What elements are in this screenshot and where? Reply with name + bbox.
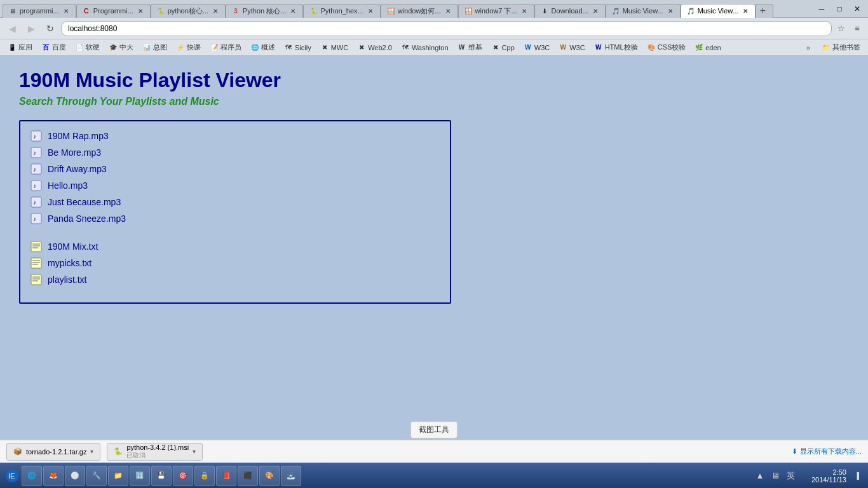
bookmark-label: Washington bbox=[412, 44, 449, 51]
bookmark-zongtu[interactable]: 📊 总图 bbox=[139, 41, 171, 53]
chrome-icon: ⚪ bbox=[71, 471, 79, 480]
reload-button[interactable]: ↻ bbox=[42, 20, 58, 37]
file-item-190m-mix[interactable]: 190M Mix.txt bbox=[30, 238, 440, 255]
start-button[interactable]: IE bbox=[3, 466, 22, 485]
tab-python-hex[interactable]: 🐍 Python_hex... ✕ bbox=[303, 4, 380, 18]
bookmark-chengxuyuan[interactable]: 📝 程序员 bbox=[206, 41, 245, 53]
bookmark-cpp[interactable]: ✖ Cpp bbox=[487, 42, 519, 53]
file-item-playlist[interactable]: playlist.txt bbox=[30, 271, 440, 288]
taskbar-chrome-icon[interactable]: ⚪ bbox=[65, 466, 85, 486]
taskbar-ps-icon[interactable]: 🎨 bbox=[259, 466, 280, 486]
download-python[interactable]: 🐍 python-3.4.2 (1).msi 已取消 ▾ bbox=[107, 443, 203, 461]
taskbar-calc-icon[interactable]: 🔢 bbox=[130, 466, 150, 486]
taskbar-storedge-icon[interactable]: 💾 bbox=[151, 466, 172, 486]
tab-close[interactable]: ✕ bbox=[520, 6, 529, 15]
bookmark-other-folder[interactable]: 📁 其他书签 bbox=[818, 41, 864, 53]
bookmark-ruying[interactable]: 📄 软硬 bbox=[71, 41, 104, 53]
tab-music-view-2[interactable]: 🎵 Music View... ✕ bbox=[681, 4, 756, 18]
tab-music-view-1[interactable]: 🎵 Music View... ✕ bbox=[606, 4, 681, 18]
bookmark-wiki[interactable]: W 维基 bbox=[454, 41, 486, 53]
explorer-icon: 📁 bbox=[114, 471, 123, 480]
download-chevron-icon[interactable]: ▾ bbox=[193, 448, 196, 455]
bookmark-css-check[interactable]: 🎨 CSS校验 bbox=[643, 41, 690, 53]
bookmark-zhongda[interactable]: 🎓 中大 bbox=[105, 41, 137, 53]
bookmark-eden[interactable]: 🌿 eden bbox=[691, 42, 724, 53]
tab-download[interactable]: ⬇ Download... ✕ bbox=[534, 4, 606, 18]
show-desktop-icon[interactable]: ▌ bbox=[853, 470, 865, 482]
bookmark-mwc[interactable]: ✖ MWC bbox=[316, 42, 353, 53]
tab-window-how[interactable]: 🪟 window如何... ✕ bbox=[381, 4, 458, 18]
tab-close[interactable]: ✕ bbox=[288, 6, 297, 15]
tab-close[interactable]: ✕ bbox=[741, 6, 750, 15]
tab-new[interactable]: + bbox=[756, 4, 773, 18]
svg-text:♪: ♪ bbox=[33, 149, 36, 156]
address-bar[interactable] bbox=[61, 21, 832, 36]
css-favicon: 🎨 bbox=[647, 43, 656, 52]
tab-programmi-2[interactable]: C Programmi... ✕ bbox=[76, 4, 151, 18]
taskbar-dev-icon[interactable]: 🔧 bbox=[86, 466, 107, 486]
show-all-downloads-button[interactable]: ⬇ 显示所有下载内容... bbox=[792, 447, 862, 456]
file-item-panda-sneeze[interactable]: ♪ Panda Sneeze.mp3 bbox=[30, 210, 440, 227]
file-item-drift-away[interactable]: ♪ Drift Away.mp3 bbox=[30, 161, 440, 177]
tray-show-hidden[interactable]: ▲ bbox=[754, 470, 766, 482]
file-item-hello[interactable]: ♪ Hello.mp3 bbox=[30, 177, 440, 194]
download-icon: 📦 bbox=[13, 447, 22, 456]
tab-label: Music View... bbox=[698, 7, 738, 15]
tab-close[interactable]: ✕ bbox=[591, 6, 600, 15]
title-bar: 🖥 programmi... ✕ C Programmi... ✕ 🐍 pyth… bbox=[0, 0, 868, 18]
bookmark-washington[interactable]: 🗺 Washington bbox=[397, 42, 452, 53]
taskbar-ie-icon[interactable]: 🌐 bbox=[22, 466, 42, 486]
tab-window7[interactable]: 🪟 window7 下... ✕ bbox=[458, 4, 534, 18]
tab-close[interactable]: ✕ bbox=[666, 6, 675, 15]
file-item-just-because[interactable]: ♪ Just Because.mp3 bbox=[30, 194, 440, 210]
file-item-190m-rap[interactable]: ♪ 190M Rap.mp3 bbox=[30, 128, 440, 144]
bookmark-apps[interactable]: 📱 应用 bbox=[4, 41, 36, 53]
tab-close[interactable]: ✕ bbox=[62, 6, 71, 15]
file-name: Hello.mp3 bbox=[48, 180, 88, 191]
download-tornado[interactable]: 📦 tornado-1.2.1.tar.gz ▾ bbox=[6, 443, 100, 461]
bookmark-sicily[interactable]: 🗺 Sicily bbox=[280, 42, 315, 53]
close-button[interactable]: ✕ bbox=[849, 3, 865, 15]
tab-python-core-1[interactable]: 🐍 python核心... ✕ bbox=[151, 4, 226, 18]
bookmark-web20[interactable]: ✖ Web2.0 bbox=[353, 42, 396, 53]
download-chevron-icon[interactable]: ▾ bbox=[90, 448, 93, 455]
bookmark-html-check[interactable]: W HTML校验 bbox=[590, 41, 642, 53]
maximize-button[interactable]: □ bbox=[831, 3, 848, 15]
clock-area[interactable]: 2:50 2014/11/13 bbox=[799, 468, 850, 484]
bookmark-label: 维基 bbox=[468, 43, 482, 52]
svg-text:IE: IE bbox=[8, 472, 15, 480]
tab-close[interactable]: ✕ bbox=[136, 6, 145, 15]
tray-ime-icon[interactable]: 英 bbox=[784, 470, 797, 482]
washington-favicon: 🗺 bbox=[401, 43, 410, 52]
taskbar-firefox-icon[interactable]: 🦊 bbox=[43, 466, 64, 486]
bookmark-baidu[interactable]: 百 百度 bbox=[37, 41, 70, 53]
bookmark-w3c-2[interactable]: W W3C bbox=[555, 42, 588, 53]
tab-close[interactable]: ✕ bbox=[211, 6, 220, 15]
taskbar-explorer-icon[interactable]: 📁 bbox=[108, 466, 128, 486]
tab-programmi-1[interactable]: 🖥 programmi... ✕ bbox=[3, 4, 76, 18]
taskbar-cmd-icon[interactable]: ⬛ bbox=[238, 466, 258, 486]
tab-close[interactable]: ✕ bbox=[444, 6, 452, 15]
forward-button[interactable]: ▶ bbox=[23, 20, 39, 37]
music-file-icon: ♪ bbox=[30, 130, 43, 142]
tray-network-icon[interactable]: 🖥 bbox=[769, 470, 782, 482]
tab-close[interactable]: ✕ bbox=[366, 6, 375, 15]
bookmark-gaishi[interactable]: 🌐 概述 bbox=[247, 41, 279, 53]
file-item-mypicks[interactable]: mypicks.txt bbox=[30, 255, 440, 271]
taskbar-images-icon[interactable]: 🗻 bbox=[281, 466, 301, 486]
tab-label: Programmi... bbox=[93, 7, 133, 15]
bookmarks-more-button[interactable]: » bbox=[803, 43, 814, 53]
bookmark-star-icon[interactable]: ☆ bbox=[834, 22, 848, 36]
taskbar-acrobat-icon[interactable]: 📕 bbox=[216, 466, 236, 486]
bookmark-w3c-1[interactable]: W W3C bbox=[520, 42, 553, 53]
file-item-be-more[interactable]: ♪ Be More.mp3 bbox=[30, 144, 440, 161]
minimize-button[interactable]: ─ bbox=[813, 3, 830, 15]
back-button[interactable]: ◀ bbox=[4, 20, 20, 37]
screenshot-tool-label: 截图工具 bbox=[410, 421, 458, 438]
tab-favicon: 🎵 bbox=[611, 6, 620, 15]
taskbar-vpn-icon[interactable]: 🔒 bbox=[194, 466, 215, 486]
settings-icon[interactable]: ≡ bbox=[850, 22, 864, 36]
taskbar-tool-icon[interactable]: 🎯 bbox=[173, 466, 193, 486]
tab-python-core-2[interactable]: 3 Python 核心... ✕ bbox=[226, 4, 303, 18]
bookmark-kuaike[interactable]: ⚡ 快课 bbox=[172, 41, 205, 53]
